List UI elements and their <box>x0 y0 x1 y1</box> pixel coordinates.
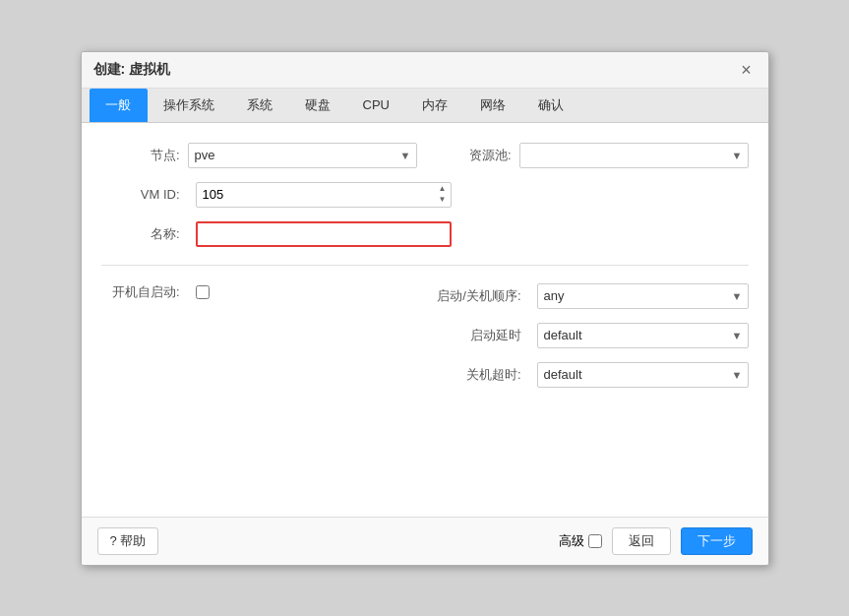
advanced-options-row: 开机自启动: 启动/关机顺序: any ▼ <box>101 283 749 388</box>
node-field-group: 节点: pve ▼ <box>101 143 417 168</box>
node-resource-row: 节点: pve ▼ 资源池: ▼ <box>101 143 749 168</box>
node-select[interactable]: pve <box>188 143 417 168</box>
name-label: 名称: <box>101 225 180 243</box>
startup-delay-select[interactable]: default <box>537 323 749 348</box>
vmid-input[interactable] <box>196 182 452 208</box>
resource-pool-label: 资源池: <box>433 147 512 164</box>
tab-os[interactable]: 操作系统 <box>148 89 231 122</box>
form-section: 节点: pve ▼ 资源池: ▼ <box>101 143 749 388</box>
name-row: 名称: <box>101 221 749 247</box>
shutdown-timeout-select[interactable]: default <box>537 362 749 388</box>
tab-memory[interactable]: 内存 <box>406 89 464 122</box>
right-column: 启动/关机顺序: any ▼ 启动延时 defau <box>433 283 749 388</box>
vmid-down-arrow-icon[interactable]: ▼ <box>436 195 450 205</box>
resource-pool-field-group: 资源池: ▼ <box>433 143 749 168</box>
dialog-title: 创建: 虚拟机 <box>93 61 171 79</box>
resource-pool-select[interactable] <box>519 143 749 168</box>
startup-delay-label: 启动延时 <box>433 327 521 344</box>
tab-system[interactable]: 系统 <box>231 89 289 122</box>
shutdown-timeout-select-wrapper: default ▼ <box>537 362 749 388</box>
tab-cpu[interactable]: CPU <box>347 90 406 120</box>
vmid-label: VM ID: <box>101 187 180 202</box>
next-button[interactable]: 下一步 <box>681 527 753 555</box>
startup-delay-select-wrapper: default ▼ <box>537 323 749 348</box>
close-button[interactable]: × <box>737 60 757 80</box>
shutdown-timeout-label: 关机超时: <box>433 366 521 384</box>
back-button[interactable]: 返回 <box>612 527 671 555</box>
vmid-spinner-arrows: ▲ ▼ <box>436 182 450 208</box>
tab-general[interactable]: 一般 <box>90 89 148 122</box>
dialog-body: 节点: pve ▼ 资源池: ▼ <box>82 123 768 517</box>
vmid-row: VM ID: ▲ ▼ <box>101 182 749 208</box>
shutdown-timeout-row: 关机超时: default ▼ <box>433 362 749 388</box>
help-button[interactable]: ? 帮助 <box>97 527 159 555</box>
tab-network[interactable]: 网络 <box>464 89 522 122</box>
create-vm-dialog: 创建: 虚拟机 × 一般 操作系统 系统 硬盘 CPU 内存 网络 确认 节点:… <box>81 51 769 566</box>
autostart-checkbox[interactable] <box>196 285 210 299</box>
name-input[interactable] <box>196 221 452 247</box>
left-column: 开机自启动: <box>101 283 417 301</box>
section-divider <box>101 265 749 266</box>
boot-order-select-wrapper: any ▼ <box>537 283 749 309</box>
startup-delay-row: 启动延时 default ▼ <box>433 323 749 348</box>
advanced-checkbox[interactable] <box>588 534 602 548</box>
vmid-up-arrow-icon[interactable]: ▲ <box>436 184 450 194</box>
footer-left: ? 帮助 <box>97 527 159 555</box>
autostart-label: 开机自启动: <box>101 283 180 301</box>
tab-bar: 一般 操作系统 系统 硬盘 CPU 内存 网络 确认 <box>82 89 768 123</box>
advanced-checkbox-row: 高级 <box>559 532 602 550</box>
boot-order-label: 启动/关机顺序: <box>433 287 521 305</box>
tab-confirm[interactable]: 确认 <box>522 89 580 122</box>
advanced-label: 高级 <box>559 532 584 550</box>
boot-order-select[interactable]: any <box>537 283 749 309</box>
autostart-row: 开机自启动: <box>101 283 417 301</box>
resource-pool-select-wrapper: ▼ <box>519 143 749 168</box>
node-label: 节点: <box>101 147 180 164</box>
node-select-wrapper: pve ▼ <box>188 143 417 168</box>
boot-order-row: 启动/关机顺序: any ▼ <box>433 283 749 309</box>
vmid-spinner-wrapper: ▲ ▼ <box>196 182 452 208</box>
dialog-header: 创建: 虚拟机 × <box>82 52 768 89</box>
dialog-footer: ? 帮助 高级 返回 下一步 <box>82 517 768 565</box>
footer-right: 高级 返回 下一步 <box>559 527 753 555</box>
tab-disk[interactable]: 硬盘 <box>289 89 347 122</box>
